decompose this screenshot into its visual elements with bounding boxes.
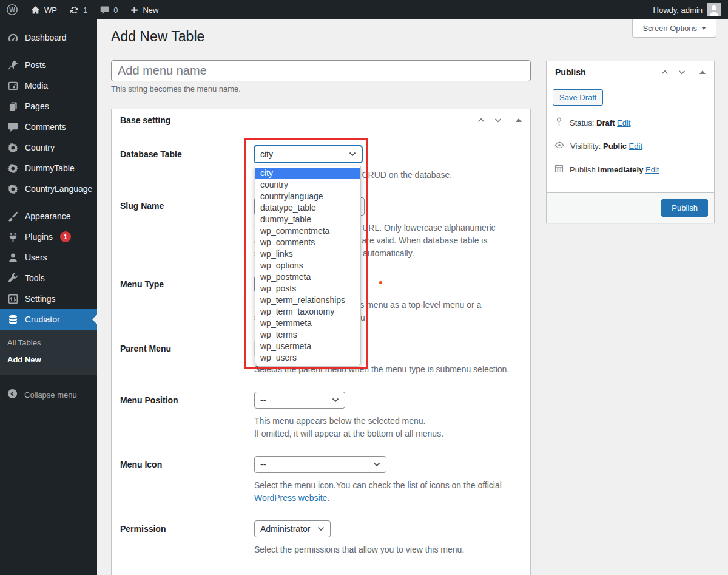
sidebar-item-posts[interactable]: Posts — [0, 55, 97, 75]
updates-menu[interactable]: 1 — [63, 0, 93, 19]
schedule-text: Publish immediately Edit — [570, 165, 659, 174]
dropdown-option[interactable]: city — [255, 168, 360, 179]
sidebar-item-label: Appearance — [25, 211, 71, 221]
dropdown-option[interactable]: wp_posts — [255, 283, 360, 294]
pages-icon — [7, 100, 19, 112]
toggle-panel-button[interactable] — [516, 118, 522, 122]
sidebar-item-label: Country — [25, 143, 55, 152]
howdy-text: Howdy, admin — [653, 5, 703, 15]
content-area: Screen Options Add New Table This string… — [97, 19, 728, 575]
sidebar-item-dashboard[interactable]: Dashboard — [0, 27, 97, 48]
dropdown-option[interactable]: wp_termmeta — [255, 318, 360, 329]
menu-position-description-line2: If omitted, it will appear at the bottom… — [254, 427, 522, 440]
move-down-button[interactable] — [491, 114, 505, 127]
menu-position-description-line1: This menu appears below the selected men… — [254, 415, 522, 427]
sidebar-item-appearance[interactable]: Appearance — [0, 206, 97, 226]
wordpress-website-link[interactable]: WordPress website — [254, 493, 327, 503]
wordpress-logo-menu[interactable]: W — [0, 0, 24, 19]
form-row-menu-position: Menu Position -- This menu appears below… — [120, 392, 522, 440]
pin-icon — [7, 59, 19, 71]
menu-type-label: Menu Type — [120, 276, 254, 324]
move-up-button[interactable] — [474, 114, 488, 127]
sidebar-item-media[interactable]: Media — [0, 75, 97, 96]
sidebar-item-comments[interactable]: Comments — [0, 117, 97, 137]
publish-column: Publish Save Draft — [546, 61, 715, 223]
dropdown-option[interactable]: wp_commentmeta — [255, 225, 360, 237]
sidebar-item-countrylanguage[interactable]: CountryLanguage — [0, 179, 97, 199]
admin-sidebar: Dashboard Posts Media Pages Comments — [0, 19, 97, 575]
dropdown-option[interactable]: dummy_table — [255, 214, 360, 225]
sidebar-item-users[interactable]: Users — [0, 247, 97, 268]
toggle-panel-button[interactable] — [699, 70, 706, 74]
dropdown-option[interactable]: datatype_table — [255, 202, 360, 214]
wrench-icon — [7, 272, 19, 284]
dropdown-option[interactable]: wp_comments — [255, 237, 360, 248]
sidebar-item-dummytable[interactable]: DummyTable — [0, 158, 97, 179]
caret-down-icon — [701, 27, 706, 30]
screen-options-button[interactable]: Screen Options — [632, 19, 716, 38]
dropdown-option[interactable]: wp_links — [255, 248, 360, 260]
permission-select[interactable]: Administrator — [254, 520, 331, 537]
parent-menu-label: Parent Menu — [120, 340, 254, 376]
collapse-menu-label: Collapse menu — [24, 390, 77, 400]
account-menu[interactable]: Howdy, admin — [653, 3, 728, 16]
plugins-update-badge: 1 — [60, 231, 71, 242]
gear-icon — [7, 162, 19, 174]
dropdown-option[interactable]: wp_usermeta — [255, 341, 360, 352]
save-draft-button[interactable]: Save Draft — [553, 89, 603, 106]
new-label: New — [143, 5, 158, 15]
dropdown-option[interactable]: wp_users — [255, 352, 360, 364]
sidebar-item-label: Settings — [25, 294, 56, 304]
status-edit-link[interactable]: Edit — [617, 118, 630, 128]
publish-panel: Publish Save Draft — [546, 61, 715, 223]
media-icon — [7, 80, 19, 92]
status-label: Status: — [570, 118, 594, 128]
sidebar-item-pages[interactable]: Pages — [0, 96, 97, 117]
sidebar-item-label: Media — [25, 81, 48, 90]
collapse-menu-button[interactable]: Collapse menu — [0, 388, 97, 401]
menu-position-label: Menu Position — [120, 392, 254, 440]
visibility-text: Visibility: Public Edit — [570, 141, 642, 151]
visibility-value: Public — [603, 141, 627, 151]
sidebar-item-label: Tools — [25, 273, 45, 283]
sidebar-item-settings[interactable]: Settings — [0, 288, 97, 309]
menu-icon-label: Menu Icon — [120, 456, 254, 505]
menu-name-input[interactable] — [111, 60, 531, 81]
dropdown-option[interactable]: wp_postmeta — [255, 271, 360, 283]
form-row-menu-icon: Menu Icon -- Select the menu icon.You ca… — [120, 456, 522, 505]
database-icon — [7, 313, 19, 325]
sidebar-item-tools[interactable]: Tools — [0, 268, 97, 288]
database-table-dropdown-list: citycountrycountrylanguagedatatype_table… — [255, 166, 361, 367]
submenu-item-all-tables[interactable]: All Tables — [0, 335, 97, 352]
dropdown-option[interactable]: wp_options — [255, 260, 360, 271]
status-value: Draft — [596, 118, 615, 128]
visibility-edit-link[interactable]: Edit — [629, 141, 642, 151]
sidebar-item-crudiator[interactable]: Crudiator — [0, 309, 97, 330]
database-table-select[interactable]: city — [254, 146, 362, 163]
sidebar-item-label: Pages — [25, 101, 49, 111]
menu-position-select[interactable]: -- — [254, 392, 345, 409]
move-up-button[interactable] — [658, 66, 672, 79]
schedule-label: Publish — [570, 165, 596, 174]
dropdown-option[interactable]: wp_term_relationships — [255, 294, 360, 306]
crudiator-submenu: All Tables Add New — [0, 330, 97, 375]
permission-select-value: Administrator — [260, 524, 310, 534]
dropdown-option[interactable]: wp_terms — [255, 329, 360, 341]
dropdown-option[interactable]: countrylanguage — [255, 191, 360, 202]
form-row-permission: Permission Administrator Select the perm… — [120, 520, 522, 556]
new-content-menu[interactable]: New — [124, 0, 164, 19]
sidebar-item-country[interactable]: Country — [0, 137, 97, 158]
sidebar-item-plugins[interactable]: Plugins 1 — [0, 226, 97, 247]
svg-text:W: W — [9, 7, 15, 13]
dropdown-option[interactable]: wp_term_taxonomy — [255, 306, 360, 318]
gear-icon — [7, 183, 19, 195]
site-menu[interactable]: WP — [24, 0, 63, 19]
comments-menu[interactable]: 0 — [93, 0, 124, 19]
schedule-edit-link[interactable]: Edit — [645, 165, 659, 174]
menu-icon-select[interactable]: -- — [254, 456, 386, 473]
move-down-button[interactable] — [675, 66, 689, 79]
submenu-item-add-new[interactable]: Add New — [0, 352, 97, 369]
dropdown-option[interactable]: country — [255, 179, 360, 191]
publish-button[interactable]: Publish — [661, 199, 708, 217]
dashboard-icon — [7, 32, 19, 44]
